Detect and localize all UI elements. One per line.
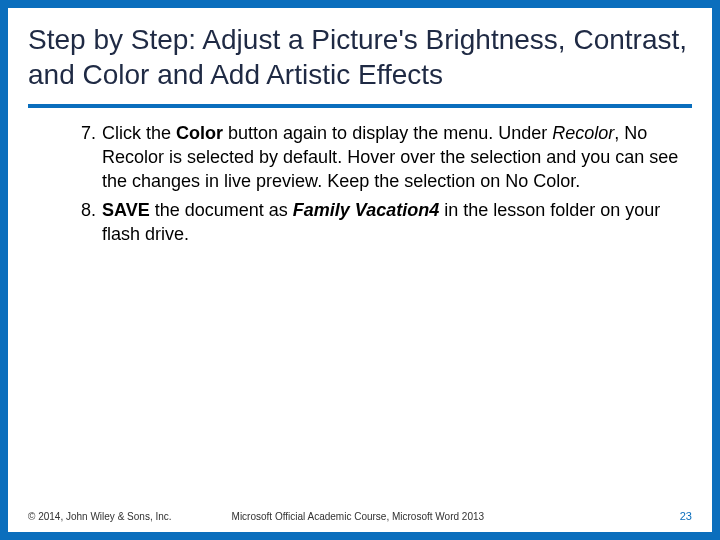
title-underline [28, 104, 692, 108]
page-title: Step by Step: Adjust a Picture's Brightn… [8, 8, 712, 100]
step-text: Recolor [552, 123, 614, 143]
list-item: 8. SAVE the document as Family Vacation4… [68, 199, 684, 247]
step-text: SAVE [102, 200, 150, 220]
step-text: Family Vacation4 [293, 200, 439, 220]
step-text: Color [176, 123, 223, 143]
step-text: button again to display the menu. Under [223, 123, 552, 143]
body: 7.Click the Color button again to displa… [8, 122, 712, 247]
step-text: Click the [102, 123, 176, 143]
step-list: 7.Click the Color button again to displa… [36, 122, 684, 247]
course-name: Microsoft Official Academic Course, Micr… [172, 511, 680, 522]
slide: Step by Step: Adjust a Picture's Brightn… [0, 0, 720, 540]
list-item: 7.Click the Color button again to displa… [68, 122, 684, 193]
step-number: 8. [68, 199, 96, 223]
step-text: the document as [150, 200, 293, 220]
step-number: 7. [68, 122, 96, 146]
page-number: 23 [680, 510, 692, 522]
copyright: © 2014, John Wiley & Sons, Inc. [28, 511, 172, 522]
footer: © 2014, John Wiley & Sons, Inc. Microsof… [8, 510, 712, 522]
